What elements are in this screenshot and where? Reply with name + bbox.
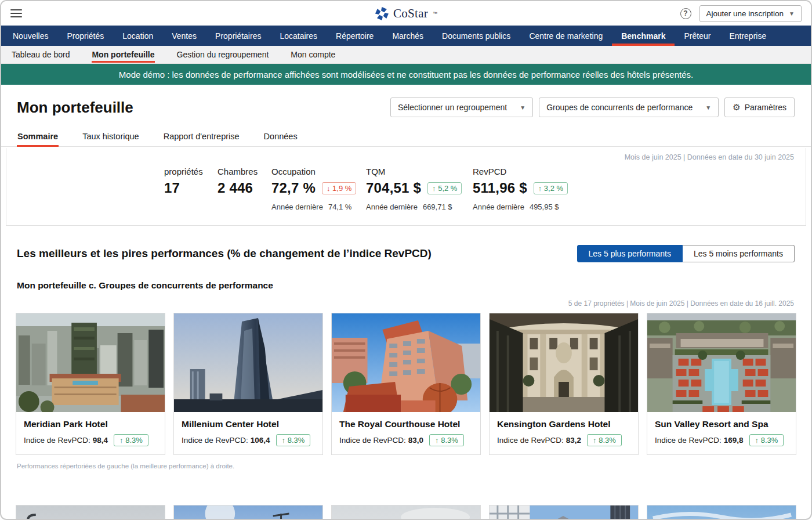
performance-section-title: Les meilleurs et les pires performances … bbox=[17, 247, 432, 260]
nav-item-documents-publics[interactable]: Documents publics bbox=[433, 26, 520, 46]
page-tabs: Sommaire Taux historique Rapport d'entre… bbox=[1, 123, 811, 147]
index-value: 98,4 bbox=[93, 436, 108, 445]
nav-item-marches[interactable]: Marchés bbox=[383, 26, 433, 46]
top-header: CoStar™ ? Ajouter une inscription ▼ bbox=[1, 1, 811, 26]
hotel-photo-resort-pool bbox=[647, 313, 796, 412]
top-performers-toggle[interactable]: Les 5 plus performants bbox=[577, 245, 683, 262]
chevron-down-icon: ▼ bbox=[789, 10, 795, 17]
performance-date-line: 5 de 17 propriétés | Mois de juin 2025 |… bbox=[1, 291, 811, 313]
up-arrow-icon: ↑ bbox=[755, 436, 759, 445]
hotel-card-sun-valley[interactable]: Sun Valley Resort and Spa Indice de RevP… bbox=[647, 313, 796, 455]
up-arrow-icon: ↑ bbox=[593, 436, 597, 445]
hotel-photo-partial bbox=[332, 505, 480, 520]
up-arrow-icon: ↑ bbox=[432, 184, 436, 193]
nav-item-ventes[interactable]: Ventes bbox=[162, 26, 206, 46]
bottom-performers-toggle[interactable]: Les 5 moins performants bbox=[683, 245, 795, 262]
costar-pinwheel-icon bbox=[375, 6, 389, 21]
kpi-occupancy-label: Occupation bbox=[271, 167, 366, 176]
top-performers-cards: Meridian Park Hotel Indice de RevPCD: 98… bbox=[1, 313, 811, 455]
add-listing-label: Ajouter une inscription bbox=[706, 9, 784, 18]
nav-item-repertoire[interactable]: Répertoire bbox=[327, 26, 383, 46]
nav-item-preteur[interactable]: Prêteur bbox=[675, 26, 720, 46]
change-badge: ↑ 8.3% bbox=[114, 434, 148, 446]
kpi-occupancy-change-badge: ↓ 1,9 % bbox=[322, 182, 356, 194]
kpi-adr: TQM 704,51 $ ↑ 5,2 % Année dernière669,7… bbox=[366, 167, 473, 211]
kpi-rooms-value: 2 446 bbox=[217, 180, 271, 196]
app-window: CoStar™ ? Ajouter une inscription ▼ Nouv… bbox=[0, 0, 812, 520]
hotel-card-kensington-gardens[interactable]: Kensington Gardens Hotel Indice de RevPC… bbox=[489, 313, 639, 455]
demo-mode-banner: Mode démo : les données de performance a… bbox=[1, 64, 811, 85]
compset-dropdown[interactable]: Groupes de concurrents de performance ▼ bbox=[539, 98, 719, 117]
tab-rapport-entreprise[interactable]: Rapport d'entreprise bbox=[163, 127, 240, 147]
kpi-properties: propriétés 17 bbox=[164, 167, 217, 211]
demo-mode-text: Mode démo : les données de performance a… bbox=[119, 70, 693, 80]
help-icon[interactable]: ? bbox=[680, 8, 691, 19]
up-arrow-icon: ↑ bbox=[282, 436, 286, 445]
index-value: 106,4 bbox=[251, 436, 270, 445]
kpi-revpar-lastyear: 495,95 $ bbox=[530, 203, 559, 211]
kpi-occupancy-lastyear: 74,1 % bbox=[328, 203, 351, 211]
hamburger-menu-icon[interactable] bbox=[10, 9, 22, 17]
index-label: Indice de RevPCD: bbox=[497, 436, 564, 445]
nav-item-proprietes[interactable]: Propriétés bbox=[57, 26, 113, 46]
lastyear-label: Année dernière bbox=[366, 203, 418, 211]
nav-item-locataires[interactable]: Locataires bbox=[270, 26, 327, 46]
hotel-name: Meridian Park Hotel bbox=[24, 419, 157, 429]
settings-label: Paramètres bbox=[745, 103, 786, 112]
kpi-revpar: RevPCD 511,96 $ ↑ 3,2 % Année dernière49… bbox=[473, 167, 589, 211]
hotel-card-millenium-center[interactable]: Millenium Center Hotel Indice de RevPCD:… bbox=[173, 313, 323, 455]
main-nav: Nouvelles Propriétés Location Ventes Pro… bbox=[1, 26, 811, 46]
settings-button[interactable]: ⚙ Paramètres bbox=[724, 98, 795, 117]
lastyear-label: Année dernière bbox=[473, 203, 524, 211]
index-value: 83,2 bbox=[566, 436, 581, 445]
hotel-photo-partial bbox=[174, 505, 322, 520]
index-value: 83,0 bbox=[408, 436, 423, 445]
tab-sommaire[interactable]: Sommaire bbox=[17, 127, 59, 147]
index-label: Indice de RevPCD: bbox=[182, 436, 248, 445]
index-label: Indice de RevPCD: bbox=[655, 436, 722, 445]
subnav-item-tableau-de-bord[interactable]: Tableau de bord bbox=[12, 47, 70, 63]
hotel-card-partial-3[interactable] bbox=[331, 505, 481, 520]
change-value: 8.3% bbox=[288, 436, 305, 445]
nav-item-proprietaires[interactable]: Propriétaires bbox=[206, 26, 270, 46]
subnav-item-gestion-du-regroupement[interactable]: Gestion du regroupement bbox=[177, 47, 269, 63]
grouping-dropdown[interactable]: Sélectionner un regroupement ▼ bbox=[390, 98, 533, 117]
nav-item-location[interactable]: Location bbox=[113, 26, 162, 46]
nav-item-entreprise[interactable]: Entreprise bbox=[720, 26, 775, 46]
tab-taux-historique[interactable]: Taux historique bbox=[82, 127, 140, 147]
kpi-adr-change-badge: ↑ 5,2 % bbox=[427, 182, 462, 194]
hotel-photo-partial bbox=[16, 505, 165, 520]
hotel-photo-partial bbox=[647, 505, 796, 520]
add-listing-button[interactable]: Ajouter une inscription ▼ bbox=[699, 5, 802, 22]
nav-item-nouvelles[interactable]: Nouvelles bbox=[3, 26, 57, 46]
hotel-photo-aerial-cityscape bbox=[16, 313, 165, 412]
gear-icon: ⚙ bbox=[733, 102, 740, 113]
sub-nav: Tableau de bord Mon portefeuille Gestion… bbox=[1, 46, 811, 64]
kpi-revpar-change-badge: ↑ 3,2 % bbox=[534, 182, 568, 194]
kpi-revpar-value: 511,96 $ bbox=[473, 180, 527, 196]
lastyear-label: Année dernière bbox=[271, 203, 323, 211]
subnav-item-mon-portefeuille[interactable]: Mon portefeuille bbox=[92, 47, 154, 63]
logo-text: CoStar bbox=[393, 6, 428, 21]
hotel-card-royal-courthouse[interactable]: The Royal Courthouse Hotel Indice de Rev… bbox=[331, 313, 481, 455]
hotel-card-partial-2[interactable] bbox=[173, 505, 323, 520]
tab-donnees[interactable]: Données bbox=[263, 127, 298, 147]
kpi-adr-value: 704,51 $ bbox=[366, 180, 421, 196]
hotel-card-partial-1[interactable] bbox=[16, 505, 165, 520]
kpi-adr-lastyear: 669,71 $ bbox=[423, 203, 452, 211]
index-value: 169,8 bbox=[724, 436, 744, 445]
kpi-adr-change: 5,2 % bbox=[438, 184, 457, 193]
nav-item-centre-de-marketing[interactable]: Centre de marketing bbox=[520, 26, 612, 46]
kpi-rooms: Chambres 2 446 bbox=[217, 167, 271, 211]
hotel-name: The Royal Courthouse Hotel bbox=[339, 419, 473, 429]
performance-footnote: Performances répertoriées de gauche (la … bbox=[1, 455, 811, 470]
hotel-photo-glass-tower bbox=[174, 313, 322, 412]
subnav-item-mon-compte[interactable]: Mon compte bbox=[291, 47, 335, 63]
nav-item-benchmark[interactable]: Benchmark bbox=[612, 26, 675, 46]
hotel-card-partial-4[interactable] bbox=[489, 505, 639, 520]
hotel-card-meridian-park[interactable]: Meridian Park Hotel Indice de RevPCD: 98… bbox=[16, 313, 165, 455]
grouping-dropdown-value: Sélectionner un regroupement bbox=[398, 103, 507, 112]
hotel-photo-partial bbox=[490, 505, 638, 520]
hotel-card-partial-5[interactable] bbox=[647, 505, 796, 520]
summary-date-line: Mois de juin 2025 | Données en date du 3… bbox=[18, 151, 794, 161]
